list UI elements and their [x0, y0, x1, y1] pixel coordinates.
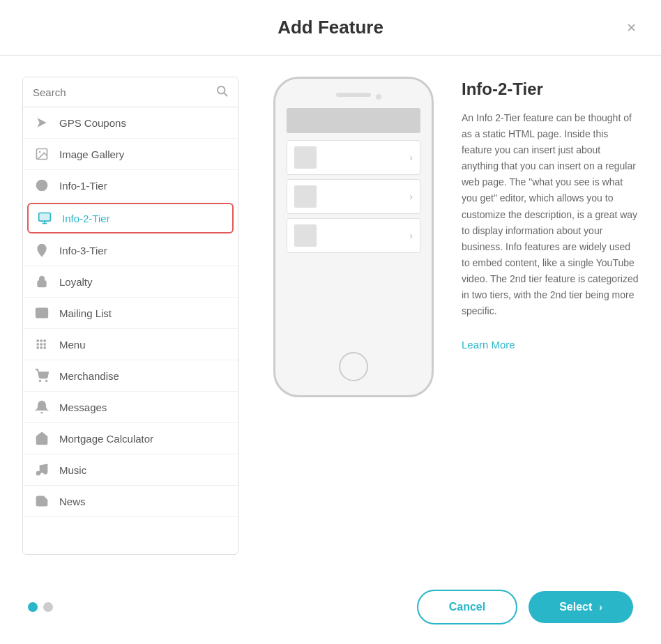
- feature-label: GPS Coupons: [59, 117, 126, 129]
- list-item[interactable]: Info-1-Tier: [23, 170, 238, 201]
- house-icon: [34, 431, 50, 446]
- feature-label: Music: [59, 464, 86, 476]
- phone-screen: › › ›: [287, 108, 420, 342]
- search-icon: [215, 84, 228, 100]
- learn-more-link[interactable]: Learn More: [462, 339, 639, 351]
- list-item[interactable]: GPS Coupons: [23, 107, 238, 139]
- feature-label: Mailing List: [59, 307, 112, 319]
- select-label: Select: [559, 601, 592, 613]
- music-icon: [34, 462, 50, 477]
- feature-label: Info-2-Tier: [62, 213, 110, 224]
- list-item[interactable]: Mortgage Calculator: [23, 423, 238, 454]
- svg-point-25: [37, 472, 40, 475]
- phone-camera: [376, 94, 381, 100]
- phone-list-thumb: [294, 224, 317, 247]
- info2-icon: [37, 210, 52, 226]
- phone-list-item: ›: [287, 179, 420, 214]
- phone-list-thumb: [294, 146, 317, 169]
- cart-icon: [34, 368, 50, 383]
- svg-point-11: [40, 247, 43, 250]
- phone-chevron: ›: [409, 152, 413, 163]
- modal-title: Add Feature: [278, 17, 383, 38]
- phone-chevron: ›: [409, 230, 413, 241]
- pagination-dots: [28, 602, 53, 612]
- svg-rect-12: [38, 281, 46, 286]
- svg-rect-14: [37, 339, 39, 342]
- list-item[interactable]: Info-3-Tier: [23, 235, 238, 266]
- modal-footer: Cancel Select ›: [0, 576, 661, 644]
- phone-frame: › › ›: [273, 77, 434, 397]
- phone-chevron: ›: [409, 191, 413, 202]
- feature-label: News: [59, 496, 86, 507]
- list-item[interactable]: Mailing List: [23, 298, 238, 329]
- feature-label: Loyalty: [59, 276, 93, 288]
- select-button[interactable]: Select ›: [529, 591, 633, 623]
- svg-rect-17: [40, 339, 43, 342]
- phone-list-thumb: [294, 185, 317, 208]
- add-feature-modal: Add Feature ×: [0, 0, 661, 644]
- feature-label: Image Gallery: [59, 148, 124, 160]
- list-item-info-2-tier[interactable]: Info-2-Tier: [27, 203, 234, 233]
- svg-rect-19: [40, 346, 43, 348]
- list-item[interactable]: Image Gallery: [23, 139, 238, 170]
- svg-rect-20: [44, 339, 46, 342]
- svg-point-26: [44, 470, 47, 474]
- svg-rect-15: [37, 343, 39, 345]
- svg-rect-21: [44, 343, 46, 345]
- content-area: › › › Info-2-Tie: [238, 77, 639, 555]
- list-item[interactable]: News: [23, 486, 238, 517]
- image-icon: [34, 146, 50, 162]
- lock-icon: [34, 274, 50, 289]
- phone-preview: › › ›: [273, 77, 434, 397]
- feature-label: Merchandise: [59, 370, 119, 382]
- list-item[interactable]: Menu: [23, 329, 238, 360]
- feature-label: Messages: [59, 401, 107, 413]
- svg-point-24: [46, 381, 47, 382]
- svg-rect-22: [44, 346, 46, 348]
- select-chevron-icon: ›: [599, 601, 602, 613]
- modal-body: GPS Coupons Image Gallery Info-1-Tier: [0, 56, 661, 576]
- phone-home-button: [339, 352, 368, 381]
- feature-description: Info-2-Tier An Info 2-Tier feature can b…: [462, 77, 639, 351]
- bell-icon: [34, 399, 50, 415]
- svg-rect-7: [39, 213, 51, 222]
- dot-active: [28, 602, 38, 612]
- svg-point-3: [39, 151, 41, 153]
- feature-label: Menu: [59, 339, 86, 351]
- search-box: [23, 77, 238, 107]
- feature-label: Mortgage Calculator: [59, 433, 153, 445]
- list-item[interactable]: Loyalty: [23, 266, 238, 298]
- feature-sidebar: GPS Coupons Image Gallery Info-1-Tier: [22, 77, 238, 555]
- svg-rect-16: [37, 346, 39, 348]
- svg-line-1: [224, 93, 227, 95]
- list-item[interactable]: Music: [23, 454, 238, 486]
- feature-title: Info-2-Tier: [462, 79, 639, 99]
- mail-icon: [34, 305, 50, 321]
- modal-header: Add Feature ×: [0, 0, 661, 56]
- news-icon: [34, 493, 50, 509]
- dot-inactive: [43, 602, 53, 612]
- feature-label: Info-3-Tier: [59, 245, 107, 256]
- feature-description-text: An Info 2-Tier feature can be thought of…: [462, 110, 639, 319]
- close-button[interactable]: ×: [624, 17, 639, 38]
- location-icon: [34, 243, 50, 258]
- gps-icon: [34, 115, 50, 130]
- cancel-button[interactable]: Cancel: [417, 590, 517, 624]
- svg-point-23: [40, 381, 41, 382]
- menu-icon: [34, 337, 50, 352]
- svg-rect-18: [40, 343, 43, 345]
- feature-label: Info-1-Tier: [59, 180, 107, 192]
- list-item[interactable]: Merchandise: [23, 360, 238, 392]
- list-item[interactable]: Messages: [23, 392, 238, 423]
- phone-list-item: ›: [287, 218, 420, 253]
- search-input[interactable]: [33, 86, 215, 98]
- phone-list-item: ›: [287, 140, 420, 175]
- footer-buttons: Cancel Select ›: [417, 590, 633, 624]
- info-icon: [34, 178, 50, 193]
- phone-speaker: [336, 93, 371, 97]
- feature-list: GPS Coupons Image Gallery Info-1-Tier: [23, 107, 238, 554]
- phone-header-bar: [287, 108, 420, 133]
